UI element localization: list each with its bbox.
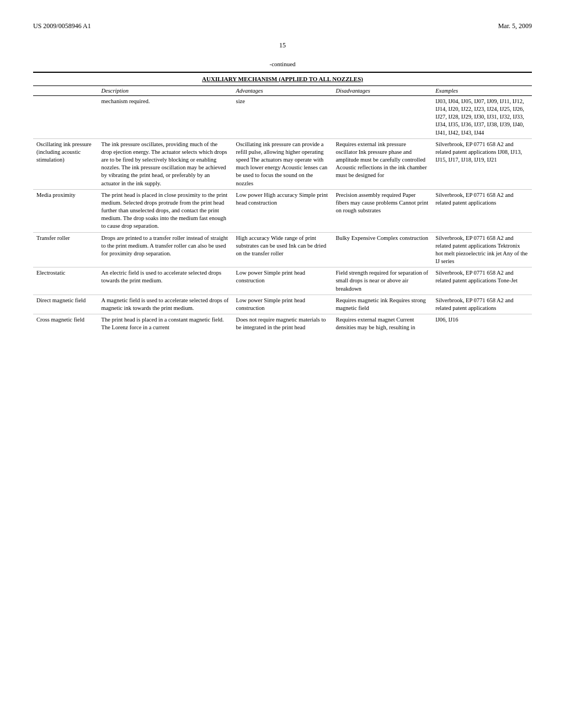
page-number: 15: [33, 41, 532, 50]
cell-mechanism: Transfer roller: [33, 232, 98, 267]
cell-mechanism: Direct magnetic field: [33, 295, 98, 314]
table-row: Cross magnetic fieldThe print head is pl…: [33, 314, 532, 334]
cell-description: Drops are printed to a transfer roller i…: [98, 232, 233, 267]
cell-disadvantages: Requires magnetic ink Requires strong ma…: [332, 295, 432, 314]
cell-description: The ink pressure oscillates, providing m…: [98, 138, 233, 189]
cell-mechanism: Cross magnetic field: [33, 314, 98, 334]
page-header: US 2009/0058946 A1 Mar. 5, 2009: [33, 22, 532, 30]
col-header-description: Description: [98, 85, 233, 95]
cell-description: A magnetic field is used to accelerate s…: [98, 295, 233, 314]
cell-disadvantages: Precision assembly required Paper fibers…: [332, 189, 432, 232]
col-header-disadvantages: Disadvantages: [332, 85, 432, 95]
cell-advantages: size: [233, 95, 333, 138]
table-row: Transfer rollerDrops are printed to a tr…: [33, 232, 532, 267]
cell-mechanism: Oscillating ink pressure (including acou…: [33, 138, 98, 189]
cell-advantages: Low power Simple print head construction: [233, 267, 333, 295]
table-row: Oscillating ink pressure (including acou…: [33, 138, 532, 189]
cell-mechanism: [33, 95, 98, 138]
cell-mechanism: Media proximity: [33, 189, 98, 232]
main-table-container: AUXILIARY MECHANISM (APPLIED TO ALL NOZZ…: [33, 72, 532, 333]
cell-disadvantages: Requires external magnet Current densiti…: [332, 314, 432, 334]
cell-examples: IJ06, IJ16: [432, 314, 532, 334]
col-header-mechanism: [33, 85, 98, 95]
cell-description: An electric field is used to accelerate …: [98, 267, 233, 295]
continued-label: -continued: [33, 61, 532, 67]
cell-disadvantages: [332, 95, 432, 138]
col-header-examples: Examples: [432, 85, 532, 95]
auxiliary-mechanism-table: AUXILIARY MECHANISM (APPLIED TO ALL NOZZ…: [33, 72, 532, 333]
cell-examples: Silverbrook, EP 0771 658 A2 and related …: [432, 267, 532, 295]
cell-examples: Silverbrook, EP 0771 658 A2 and related …: [432, 295, 532, 314]
col-header-advantages: Advantages: [233, 85, 333, 95]
cell-disadvantages: Bulky Expensive Complex construction: [332, 232, 432, 267]
table-row: Direct magnetic fieldA magnetic field is…: [33, 295, 532, 314]
cell-advantages: Oscillating ink pressure can provide a r…: [233, 138, 333, 189]
cell-examples: Silverbrook, EP 0771 658 A2 and related …: [432, 189, 532, 232]
cell-examples: IJ03, IJ04, IJ05, IJ07, IJ09, IJ11, IJ12…: [432, 95, 532, 138]
table-row: ElectrostaticAn electric field is used t…: [33, 267, 532, 295]
cell-advantages: Does not require magnetic materials to b…: [233, 314, 333, 334]
table-row: Media proximityThe print head is placed …: [33, 189, 532, 232]
table-title: AUXILIARY MECHANISM (APPLIED TO ALL NOZZ…: [33, 72, 532, 85]
table-row: mechanism required.sizeIJ03, IJ04, IJ05,…: [33, 95, 532, 138]
cell-advantages: Low power High accuracy Simple print hea…: [233, 189, 333, 232]
cell-examples: Silverbrook, EP 0771 658 A2 and related …: [432, 232, 532, 267]
cell-advantages: High accuracy Wide range of print substr…: [233, 232, 333, 267]
cell-description: The print head is placed in a constant m…: [98, 314, 233, 334]
cell-mechanism: Electrostatic: [33, 267, 98, 295]
cell-description: The print head is placed in close proxim…: [98, 189, 233, 232]
cell-examples: Silverbrook, EP 0771 658 A2 and related …: [432, 138, 532, 189]
patent-date: Mar. 5, 2009: [498, 22, 532, 30]
cell-disadvantages: Requires external ink pressure oscillato…: [332, 138, 432, 189]
patent-number: US 2009/0058946 A1: [33, 22, 91, 30]
cell-advantages: Low power Simple print head construction: [233, 295, 333, 314]
cell-description: mechanism required.: [98, 95, 233, 138]
cell-disadvantages: Field strength required for separation o…: [332, 267, 432, 295]
